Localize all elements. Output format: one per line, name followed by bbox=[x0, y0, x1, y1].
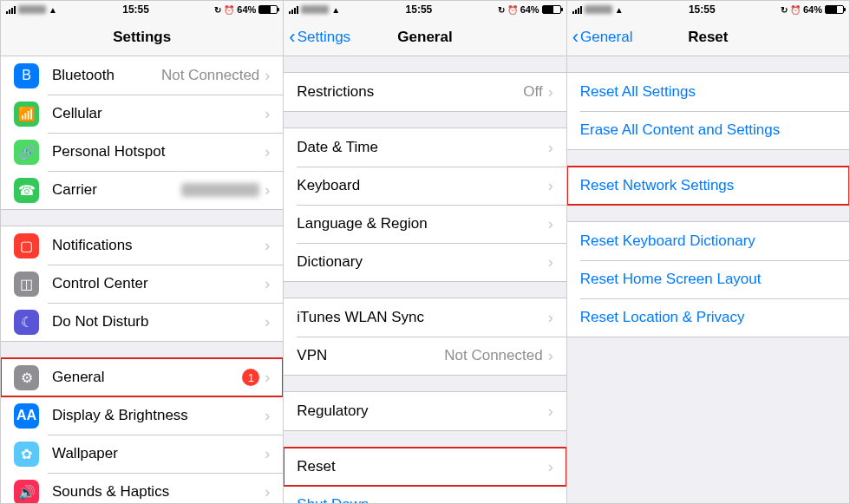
status-time: 15:55 bbox=[689, 3, 716, 16]
rotation-lock-icon: ↻ bbox=[781, 5, 788, 15]
wifi-icon: ▲ bbox=[615, 5, 624, 15]
row-bluetooth[interactable]: BBluetoothNot Connected› bbox=[1, 56, 283, 95]
row-reset-home[interactable]: Reset Home Screen Layout bbox=[567, 260, 849, 298]
chevron-right-icon: › bbox=[265, 237, 270, 255]
row-sounds[interactable]: 🔊Sounds & Haptics› bbox=[1, 473, 283, 503]
hotspot-icon: 🔗 bbox=[14, 140, 39, 165]
row-display[interactable]: AADisplay & Brightness› bbox=[1, 396, 283, 435]
battery-icon bbox=[258, 5, 278, 14]
carrier-icon: ☎ bbox=[14, 178, 39, 203]
wifi-icon: ▲ bbox=[49, 5, 57, 15]
status-time: 15:55 bbox=[122, 3, 149, 16]
row-label: Keyboard bbox=[297, 177, 547, 194]
back-button[interactable]: ‹General bbox=[572, 28, 633, 47]
row-dictionary[interactable]: Dictionary› bbox=[284, 243, 566, 281]
chevron-right-icon: › bbox=[265, 143, 270, 161]
row-label: Date & Time bbox=[297, 139, 547, 156]
back-label: Settings bbox=[298, 29, 350, 46]
signal-icon bbox=[6, 5, 16, 14]
row-label: Language & Region bbox=[297, 215, 547, 232]
battery-pct: 64% bbox=[520, 4, 539, 15]
battery-pct: 64% bbox=[237, 4, 256, 15]
row-label: Wallpaper bbox=[52, 445, 265, 462]
dnd-icon: ☾ bbox=[14, 310, 39, 335]
sounds-icon: 🔊 bbox=[14, 480, 39, 504]
row-label: VPN bbox=[297, 347, 444, 364]
row-label: Notifications bbox=[52, 237, 265, 254]
row-label: Reset bbox=[297, 458, 547, 475]
row-dnd[interactable]: ☾Do Not Disturb› bbox=[1, 303, 283, 341]
general-list[interactable]: RestrictionsOff› Date & Time› Keyboard› … bbox=[284, 56, 566, 503]
row-regulatory[interactable]: Regulatory› bbox=[284, 392, 566, 430]
row-value: Not Connected bbox=[161, 67, 259, 84]
row-datetime[interactable]: Date & Time› bbox=[284, 128, 566, 167]
row-reset-keyboard[interactable]: Reset Keyboard Dictionary bbox=[567, 222, 849, 260]
row-restrictions[interactable]: RestrictionsOff› bbox=[284, 73, 566, 111]
back-button[interactable]: ‹Settings bbox=[289, 28, 350, 47]
row-erase-all[interactable]: Erase All Content and Settings bbox=[567, 111, 849, 149]
chevron-right-icon: › bbox=[265, 483, 270, 501]
chevron-right-icon: › bbox=[548, 458, 553, 476]
row-label: Shut Down bbox=[297, 496, 552, 503]
row-carrier[interactable]: ☎Carrier› bbox=[1, 171, 283, 209]
row-wallpaper[interactable]: ✿Wallpaper› bbox=[1, 435, 283, 473]
row-label: Cellular bbox=[52, 105, 265, 122]
chevron-right-icon: › bbox=[548, 403, 553, 421]
row-label: Display & Brightness bbox=[52, 407, 265, 424]
page-title: Settings bbox=[113, 29, 171, 46]
row-notifications[interactable]: ▢Notifications› bbox=[1, 226, 283, 265]
chevron-right-icon: › bbox=[548, 253, 553, 272]
row-keyboard[interactable]: Keyboard› bbox=[284, 167, 566, 205]
chevron-right-icon: › bbox=[548, 139, 553, 157]
settings-list[interactable]: BBluetoothNot Connected› 📶Cellular› 🔗Per… bbox=[1, 56, 283, 503]
signal-icon bbox=[289, 5, 298, 14]
back-label: General bbox=[580, 29, 632, 46]
phone-reset: ▲ 15:55 ↻⏰64% ‹General Reset Reset All S… bbox=[567, 1, 849, 503]
row-label: Sounds & Haptics bbox=[52, 483, 265, 501]
row-label: Dictionary bbox=[297, 253, 547, 271]
row-cellular[interactable]: 📶Cellular› bbox=[1, 95, 283, 133]
page-title: Reset bbox=[688, 29, 728, 46]
alarm-icon: ⏰ bbox=[507, 5, 518, 15]
row-label: General bbox=[52, 369, 242, 386]
status-bar: ▲ 15:55 ↻⏰64% bbox=[284, 1, 566, 18]
row-language[interactable]: Language & Region› bbox=[284, 205, 566, 243]
row-general[interactable]: ⚙General1› bbox=[1, 358, 283, 396]
bluetooth-icon: B bbox=[14, 63, 39, 88]
chevron-right-icon: › bbox=[265, 67, 270, 85]
row-hotspot[interactable]: 🔗Personal Hotspot› bbox=[1, 133, 283, 171]
navbar: ‹Settings General bbox=[284, 18, 566, 56]
row-itunes-sync[interactable]: iTunes WLAN Sync› bbox=[284, 298, 566, 337]
rotation-lock-icon: ↻ bbox=[214, 5, 221, 15]
row-reset-all[interactable]: Reset All Settings bbox=[567, 73, 849, 111]
carrier-name-blurred bbox=[585, 5, 612, 14]
row-label: Personal Hotspot bbox=[52, 143, 265, 160]
row-reset-network[interactable]: Reset Network Settings bbox=[567, 167, 849, 205]
alarm-icon: ⏰ bbox=[790, 5, 801, 15]
navbar: Settings bbox=[1, 18, 283, 56]
row-value: Off bbox=[523, 83, 542, 101]
display-icon: AA bbox=[14, 403, 39, 429]
row-label: Bluetooth bbox=[52, 67, 161, 84]
chevron-right-icon: › bbox=[548, 347, 553, 365]
control-center-icon: ◫ bbox=[14, 272, 39, 297]
gear-icon: ⚙ bbox=[14, 365, 39, 390]
row-label: Reset Home Screen Layout bbox=[580, 271, 836, 288]
row-label: Restrictions bbox=[297, 83, 523, 101]
chevron-right-icon: › bbox=[548, 83, 553, 101]
triptych-container: ▲ 15:55 ↻⏰64% Settings BBluetoothNot Con… bbox=[0, 0, 850, 504]
row-shut-down[interactable]: Shut Down bbox=[284, 486, 566, 503]
row-reset[interactable]: Reset› bbox=[284, 448, 566, 486]
row-label: Control Center bbox=[52, 275, 265, 292]
cellular-icon: 📶 bbox=[14, 101, 39, 127]
row-control-center[interactable]: ◫Control Center› bbox=[1, 265, 283, 303]
battery-pct: 64% bbox=[803, 4, 822, 15]
chevron-left-icon: ‹ bbox=[572, 28, 579, 47]
reset-list[interactable]: Reset All Settings Erase All Content and… bbox=[567, 56, 849, 503]
row-reset-location[interactable]: Reset Location & Privacy bbox=[567, 298, 849, 337]
row-vpn[interactable]: VPNNot Connected› bbox=[284, 337, 566, 375]
alarm-icon: ⏰ bbox=[224, 5, 234, 15]
status-bar: ▲ 15:55 ↻⏰64% bbox=[567, 1, 849, 18]
row-label: Reset All Settings bbox=[580, 83, 836, 101]
battery-icon bbox=[825, 5, 844, 14]
